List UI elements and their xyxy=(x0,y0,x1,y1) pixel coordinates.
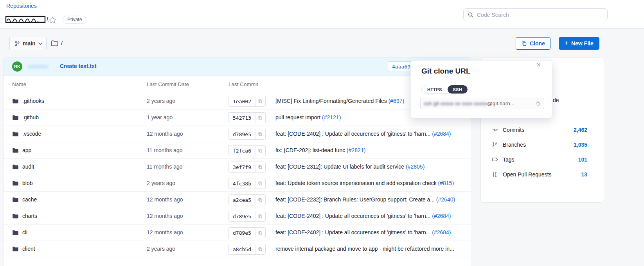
commit-hash[interactable]: 4fc38b xyxy=(229,178,255,189)
file-name[interactable]: .vscode xyxy=(22,131,41,137)
table-row[interactable]: .githooks 2 years ago 1ea002 [MISC] Fix … xyxy=(4,93,471,110)
file-name[interactable]: .githooks xyxy=(22,98,44,104)
stat-label: Branches xyxy=(503,142,526,148)
star-icon[interactable] xyxy=(49,16,57,24)
pr-link[interactable]: (#697) xyxy=(389,98,404,104)
copy-hash-button[interactable] xyxy=(255,113,265,123)
commit-hash[interactable]: d789e5 xyxy=(229,228,255,238)
commit-message-text: feat: [CODE-2402] : Update all occurence… xyxy=(275,213,430,219)
file-name[interactable]: blob xyxy=(22,180,32,186)
new-file-button[interactable]: + New File xyxy=(559,37,599,50)
search-input[interactable] xyxy=(477,12,603,18)
popover-title: Git clone URL xyxy=(421,67,471,75)
stat-label: Tags xyxy=(503,156,514,163)
commit-message: feat: [CODE-2402] : Update all occurence… xyxy=(275,131,451,137)
file-name[interactable]: app xyxy=(22,147,31,153)
pr-link[interactable]: (#2684) xyxy=(432,213,451,219)
commit-date: 2 years ago xyxy=(147,246,175,252)
stat-value[interactable]: 13 xyxy=(581,171,587,178)
file-name[interactable]: client xyxy=(22,246,35,252)
table-row[interactable]: .github 1 year ago 542713 pull request i… xyxy=(4,110,471,126)
table-row[interactable]: client 2 years ago a8cb5d remove interna… xyxy=(4,241,471,257)
pr-link[interactable]: (#2805) xyxy=(406,164,425,170)
copy-hash-button[interactable] xyxy=(255,129,265,139)
commit-message: feat: [CODE-2232]: Branch Rules: UserGro… xyxy=(275,196,455,203)
commit-date: 12 months ago xyxy=(147,229,183,235)
latest-commit-message-link[interactable]: Create test.txt xyxy=(60,63,96,69)
tab-https[interactable]: HTTPS xyxy=(422,85,448,93)
stat-value[interactable]: 1,035 xyxy=(574,142,587,148)
table-row[interactable]: app 11 months ago f2fca6 fix: [CDE-202]:… xyxy=(4,142,471,159)
commit-hash[interactable]: a2cea5 xyxy=(229,195,255,205)
folder-outline-icon xyxy=(51,40,58,47)
chevron-down-icon xyxy=(38,42,42,45)
copy-hash-button[interactable] xyxy=(255,146,265,156)
tab-ssh[interactable]: SSH xyxy=(448,85,468,93)
branch-icon xyxy=(492,142,499,148)
commit-hash-chip: d789e5 xyxy=(228,227,266,238)
repo-stats: Commits 2,462 Branches 1,035 Tags 101 Op… xyxy=(487,122,598,182)
clone-button-label: Clone xyxy=(530,40,545,47)
pr-link[interactable]: (#2684) xyxy=(432,131,451,137)
commit-message-text: feat: [CODE-2232]: Branch Rules: UserGro… xyxy=(275,196,435,203)
close-icon[interactable]: ✕ xyxy=(536,61,541,68)
file-name[interactable]: charts xyxy=(22,213,37,219)
table-row[interactable]: cache 12 months ago a2cea5 feat: [CODE-2… xyxy=(4,192,471,208)
table-row[interactable]: cli 12 months ago d789e5 feat: [CODE-240… xyxy=(4,225,471,241)
stat-label: Open Pull Requests xyxy=(503,171,552,178)
commit-hash[interactable]: d789e5 xyxy=(229,129,255,139)
private-badge: Private xyxy=(63,16,86,24)
copy-hash-button[interactable] xyxy=(255,162,265,172)
commit-date: 11 months ago xyxy=(147,164,183,170)
commit-hash[interactable]: 3ef7f9 xyxy=(229,162,255,172)
stat-row-branches: Branches 1,035 xyxy=(487,137,598,152)
folder-icon xyxy=(12,180,19,186)
folder-icon xyxy=(12,164,19,170)
file-list-card: RK xxxxxxxx Create test.txt 4aaa69 Name … xyxy=(3,57,471,266)
pr-link[interactable]: (#2640) xyxy=(436,196,455,203)
path-root[interactable]: / xyxy=(61,40,63,46)
commit-hash[interactable]: 1ea002 xyxy=(229,96,255,106)
table-header: Name Last Commit Date Last Commit xyxy=(4,76,471,93)
pr-link[interactable]: (#2684) xyxy=(432,229,451,235)
column-last-commit: Last Commit xyxy=(228,76,258,93)
branch-selector[interactable]: main xyxy=(9,37,47,50)
commit-message-text: feat: [CODE-2402] : Update all occurence… xyxy=(275,229,430,235)
breadcrumb-repositories-link[interactable]: Repositories xyxy=(6,3,37,9)
file-name[interactable]: .github xyxy=(22,114,39,120)
commit-hash[interactable]: d789e5 xyxy=(229,211,255,221)
search-icon xyxy=(468,12,474,18)
copy-hash-button[interactable] xyxy=(255,195,265,205)
pr-link[interactable]: (#2821) xyxy=(347,147,365,153)
copy-url-button[interactable] xyxy=(531,98,544,109)
file-name[interactable]: audit xyxy=(22,164,34,170)
commit-hash[interactable]: 542713 xyxy=(229,113,255,123)
commit-message: remove internal package and move to app … xyxy=(275,246,454,252)
copy-hash-button[interactable] xyxy=(255,228,265,238)
file-rows: .githooks 2 years ago 1ea002 [MISC] Fix … xyxy=(4,93,471,257)
stat-value[interactable]: 101 xyxy=(578,156,587,163)
copy-hash-button[interactable] xyxy=(255,178,265,189)
table-row[interactable]: audit 11 months ago 3ef7f9 feat: [CODE-2… xyxy=(4,159,471,175)
table-row[interactable]: charts 12 months ago d789e5 feat: [CODE-… xyxy=(4,208,471,225)
commit-hash[interactable]: f2fca6 xyxy=(229,146,255,156)
code-search-box[interactable] xyxy=(463,8,608,21)
new-file-button-label: New File xyxy=(571,40,594,47)
table-row[interactable]: .vscode 12 months ago d789e5 feat: [CODE… xyxy=(4,126,471,142)
copy-hash-button[interactable] xyxy=(255,96,265,106)
pr-link[interactable]: (#815) xyxy=(438,180,454,186)
file-name[interactable]: cache xyxy=(22,196,37,203)
clone-button[interactable]: Clone xyxy=(516,37,550,50)
copy-hash-button[interactable] xyxy=(255,244,265,254)
folder-icon xyxy=(12,115,19,120)
commit-hash-chip: 3ef7f9 xyxy=(228,162,266,173)
pr-link[interactable]: (#2121) xyxy=(322,114,341,120)
git-clone-popover: ✕ Git clone URL HTTPS SSH ssh git xxxxx … xyxy=(410,60,552,118)
clone-url-text: ssh git xxxxx xx xxxx xxxxx@git.harn... xyxy=(421,98,531,109)
table-row[interactable]: blob 2 years ago 4fc38b feat: Update tok… xyxy=(4,175,471,192)
copy-hash-button[interactable] xyxy=(255,211,265,221)
stat-value[interactable]: 2,462 xyxy=(574,127,587,133)
file-name[interactable]: cli xyxy=(22,229,27,235)
commit-hash[interactable]: a8cb5d xyxy=(229,244,255,254)
clone-url-field[interactable]: ssh git xxxxx xx xxxx xxxxx@git.harn... xyxy=(420,98,544,109)
